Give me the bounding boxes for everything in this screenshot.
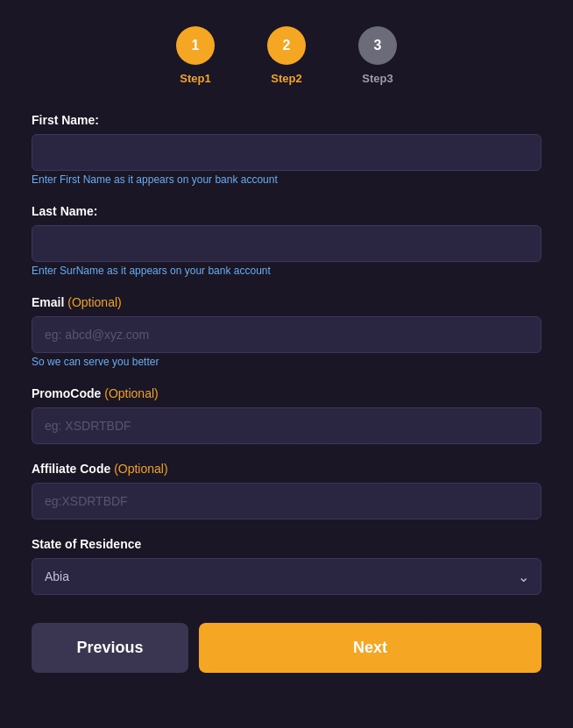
promo-code-label: PromoCode (Optional) <box>32 386 541 400</box>
step-1-label: Step1 <box>180 72 210 85</box>
state-select[interactable]: Abia Adamawa Akwa Ibom Anambra Bauchi Ba… <box>32 558 541 595</box>
next-button[interactable]: Next <box>199 623 541 673</box>
last-name-label: Last Name: <box>32 204 541 218</box>
step-3-circle: 3 <box>358 26 397 65</box>
step-1-number: 1 <box>192 38 200 53</box>
last-name-input[interactable] <box>32 225 541 262</box>
step-2-circle: 2 <box>267 26 306 65</box>
state-residence-label: State of Residence <box>32 537 541 551</box>
previous-button[interactable]: Previous <box>32 623 188 673</box>
first-name-hint: Enter First Name as it appears on your b… <box>32 173 278 186</box>
promo-code-input[interactable] <box>32 407 541 444</box>
email-input[interactable] <box>32 316 541 353</box>
email-group: Email (Optional) So we can serve you bet… <box>32 295 541 369</box>
step-2: 2 Step2 <box>267 26 306 85</box>
first-name-group: First Name: Enter First Name as it appea… <box>32 113 541 187</box>
state-select-wrapper: Abia Adamawa Akwa Ibom Anambra Bauchi Ba… <box>32 558 541 595</box>
step-2-number: 2 <box>283 38 291 53</box>
first-name-label: First Name: <box>32 113 541 127</box>
stepper: 1 Step1 2 Step2 3 Step3 <box>32 26 541 85</box>
step-1-circle: 1 <box>176 26 215 65</box>
state-residence-group: State of Residence Abia Adamawa Akwa Ibo… <box>32 537 541 595</box>
affiliate-code-group: Affiliate Code (Optional) <box>32 462 541 519</box>
button-row: Previous Next <box>32 623 541 673</box>
affiliate-code-input[interactable] <box>32 483 541 519</box>
step-3: 3 Step3 <box>358 26 397 85</box>
step-2-label: Step2 <box>271 72 301 85</box>
last-name-hint: Enter SurName as it appears on your bank… <box>32 265 271 277</box>
step-1: 1 Step1 <box>176 26 215 85</box>
affiliate-code-label: Affiliate Code (Optional) <box>32 462 541 476</box>
step-3-label: Step3 <box>362 72 393 85</box>
email-label: Email (Optional) <box>32 295 541 309</box>
step-3-number: 3 <box>374 38 382 53</box>
promo-code-group: PromoCode (Optional) <box>32 386 541 444</box>
email-hint: So we can serve you better <box>32 356 159 368</box>
first-name-input[interactable] <box>32 134 541 171</box>
last-name-group: Last Name: Enter SurName as it appears o… <box>32 204 541 278</box>
email-optional: (Optional) <box>67 295 121 309</box>
page-container: 1 Step1 2 Step2 3 Step3 First Name: Ente… <box>0 0 573 728</box>
